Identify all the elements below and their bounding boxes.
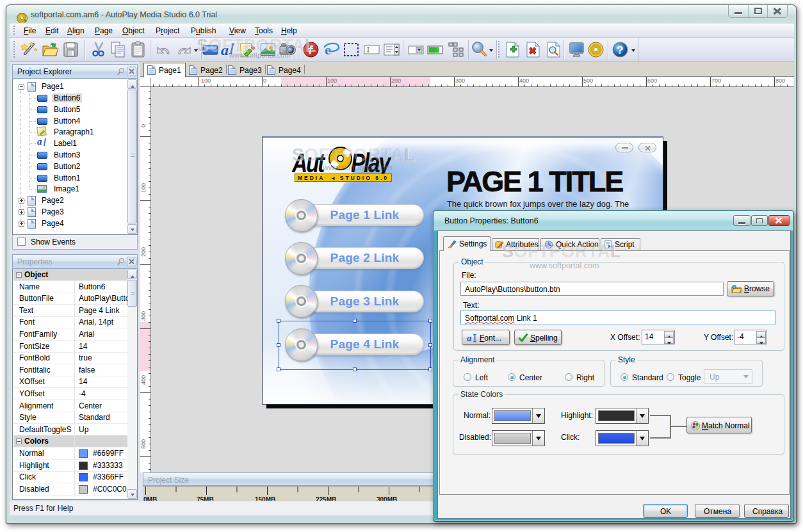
svg-text:a: a (467, 333, 472, 343)
svg-text:?: ? (617, 44, 623, 56)
